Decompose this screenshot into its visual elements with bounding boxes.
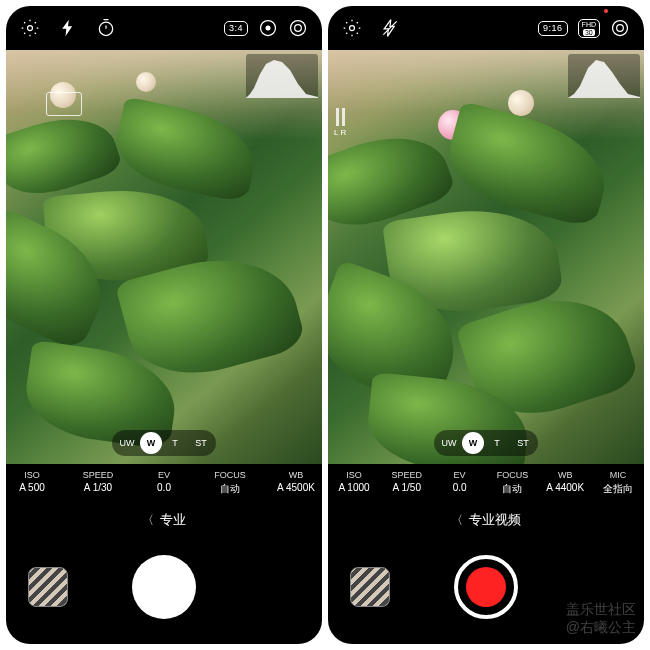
zoom-w[interactable]: W	[462, 432, 484, 454]
more-icon[interactable]	[610, 18, 630, 38]
param-wb[interactable]: WBA 4500K	[276, 470, 316, 496]
gallery-thumbnail[interactable]	[28, 567, 68, 607]
zoom-t[interactable]: T	[162, 432, 188, 454]
chevron-left-icon: 〈	[142, 512, 154, 529]
aspect-ratio-toggle[interactable]: 3:4	[224, 21, 248, 36]
record-dot-icon	[466, 567, 506, 607]
zoom-uw[interactable]: UW	[436, 432, 462, 454]
param-mic[interactable]: MIC全指向	[598, 470, 638, 496]
shutter-button[interactable]	[132, 555, 196, 619]
mode-label: 专业视频	[469, 511, 521, 529]
histogram	[568, 54, 640, 98]
svg-point-4	[291, 21, 306, 36]
zoom-st[interactable]: ST	[188, 432, 214, 454]
audio-level-meter: L R	[334, 108, 346, 137]
top-bar: 3:4	[6, 6, 322, 50]
zoom-selector[interactable]: UW W T ST	[112, 430, 216, 456]
param-focus[interactable]: FOCUS自动	[210, 470, 250, 496]
viewfinder[interactable]: UW W T ST	[6, 50, 322, 464]
flash-icon[interactable]	[58, 18, 78, 38]
pro-params: ISOA 500 SPEEDA 1/30 EV0.0 FOCUS自动 WBA 4…	[6, 464, 322, 498]
param-speed[interactable]: SPEEDA 1/30	[78, 470, 118, 496]
gallery-thumbnail[interactable]	[350, 567, 390, 607]
more-icon[interactable]	[288, 18, 308, 38]
top-bar: 9:16 FHD 30	[328, 6, 644, 50]
mode-label: 专业	[160, 511, 186, 529]
viewfinder[interactable]: L R UW W T ST	[328, 50, 644, 464]
record-button[interactable]	[454, 555, 518, 619]
mode-selector[interactable]: 〈 专业视频	[328, 498, 644, 542]
aspect-ratio-toggle[interactable]: 9:16	[538, 21, 568, 36]
settings-icon[interactable]	[20, 18, 40, 38]
histogram	[246, 54, 318, 98]
svg-point-5	[295, 25, 302, 32]
pro-params: ISOA 1000 SPEEDA 1/50 EV0.0 FOCUS自动 WBA …	[328, 464, 644, 498]
zoom-st[interactable]: ST	[510, 432, 536, 454]
svg-point-6	[350, 26, 355, 31]
chevron-left-icon: 〈	[451, 512, 463, 529]
shutter-row	[328, 542, 644, 632]
focus-indicator	[46, 92, 82, 116]
svg-point-9	[617, 25, 624, 32]
flash-icon[interactable]	[380, 18, 400, 38]
phone-right: 9:16 FHD 30 L R	[328, 6, 644, 644]
svg-point-3	[266, 26, 271, 31]
svg-point-0	[28, 26, 33, 31]
param-iso[interactable]: ISOA 500	[12, 470, 52, 496]
zoom-t[interactable]: T	[484, 432, 510, 454]
param-speed[interactable]: SPEEDA 1/50	[387, 470, 427, 496]
zoom-selector[interactable]: UW W T ST	[434, 430, 538, 456]
mode-selector[interactable]: 〈 专业	[6, 498, 322, 542]
param-ev[interactable]: EV0.0	[144, 470, 184, 496]
param-focus[interactable]: FOCUS自动	[492, 470, 532, 496]
timer-icon[interactable]	[96, 18, 116, 38]
param-ev[interactable]: EV0.0	[440, 470, 480, 496]
svg-point-8	[613, 21, 628, 36]
param-wb[interactable]: WBA 4400K	[545, 470, 585, 496]
zoom-uw[interactable]: UW	[114, 432, 140, 454]
zoom-w[interactable]: W	[140, 432, 162, 454]
shutter-row	[6, 542, 322, 632]
quality-toggle[interactable]: FHD 30	[578, 19, 600, 38]
phone-left: 3:4 UW W T ST ISOA 500 SPEEDA 1/30 EV0.0…	[6, 6, 322, 644]
param-iso[interactable]: ISOA 1000	[334, 470, 374, 496]
settings-icon[interactable]	[342, 18, 362, 38]
metering-icon[interactable]	[258, 18, 278, 38]
